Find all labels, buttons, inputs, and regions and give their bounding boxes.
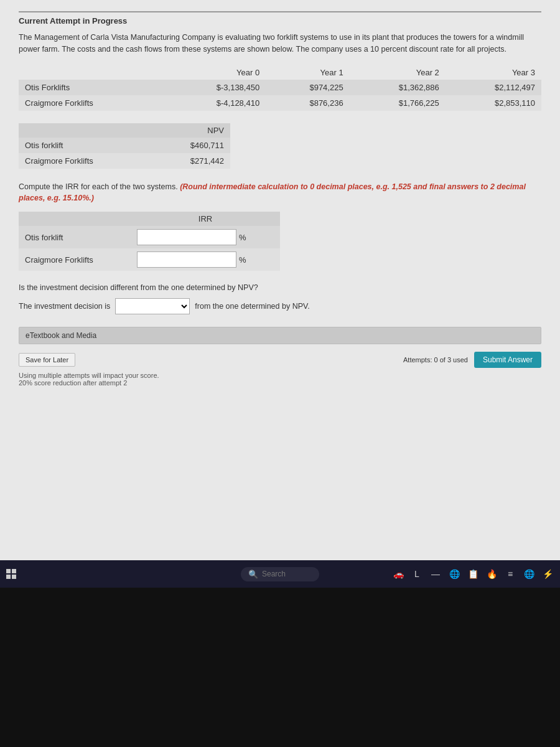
investment-question: Is the investment decision different fro… — [19, 283, 541, 292]
taskbar-icon-1[interactable]: 🚗 — [392, 568, 404, 580]
taskbar-icon-9[interactable]: ⚡ — [541, 568, 554, 580]
otis-year1: $974,225 — [266, 80, 350, 95]
irr-header: IRR — [131, 212, 280, 226]
etextbook-bar[interactable]: eTextbook and Media — [19, 327, 541, 344]
cf-header-year1: Year 1 — [266, 65, 350, 80]
taskbar-icon-3[interactable]: — — [429, 568, 442, 580]
score-note-line1: Using multiple attempts will impact your… — [19, 372, 541, 379]
npv-table: NPV Otis forklift $460,711 Craigmore For… — [19, 123, 230, 169]
irr-otis-label: Otis forklift — [19, 226, 131, 248]
irr-otis-input[interactable] — [137, 229, 236, 245]
table-row: Craigmore Forklifts $271,442 — [19, 153, 230, 169]
cf-header-year0: Year 0 — [165, 65, 266, 80]
otis-year3: $2,112,497 — [446, 80, 541, 95]
craigmore-year3: $2,853,110 — [446, 95, 541, 111]
investment-decision-suffix: from the one determined by NPV. — [195, 302, 309, 311]
table-row: Craigmore Forklifts $-4,128,410 $876,236… — [19, 95, 541, 111]
table-row: Otis Forklifts $-3,138,450 $974,225 $1,3… — [19, 80, 541, 95]
irr-otis-unit: % — [239, 233, 246, 242]
investment-decision-label: The investment decision is — [19, 302, 110, 311]
investment-decision-row: The investment decision is the same diff… — [19, 298, 541, 314]
irr-craigmore-input-cell: % — [131, 248, 280, 271]
craigmore-year1: $876,236 — [266, 95, 350, 111]
search-icon: 🔍 — [248, 570, 258, 579]
irr-highlight: (Round intermediate calculation to 0 dec… — [19, 182, 526, 203]
taskbar-icon-8[interactable]: 🌐 — [523, 568, 535, 580]
cf-header-empty — [19, 65, 165, 80]
craigmore-year2: $1,766,225 — [350, 95, 446, 111]
irr-instruction: Compute the IRR for each of the two syst… — [19, 181, 541, 205]
taskbar-search-input[interactable] — [262, 570, 312, 578]
windows-start-icon[interactable] — [6, 569, 16, 579]
taskbar: 🔍 🚗 L — 🌐 📋 🔥 ≡ 🌐 ⚡ — [0, 560, 560, 588]
cash-flow-table: Year 0 Year 1 Year 2 Year 3 Otis Forklif… — [19, 65, 541, 111]
table-row: Otis forklift % — [19, 226, 280, 248]
otis-label: Otis Forklifts — [19, 80, 165, 95]
npv-header: NPV — [131, 123, 230, 138]
irr-table: IRR Otis forklift % Craigmore Forklifts — [19, 212, 280, 271]
description-text: The Management of Carla Vista Manufactur… — [19, 32, 541, 55]
npv-otis-value: $460,711 — [131, 138, 230, 153]
irr-header-empty — [19, 212, 131, 226]
taskbar-icon-4[interactable]: 🌐 — [448, 568, 460, 580]
npv-header-empty — [19, 123, 131, 138]
otis-year0: $-3,138,450 — [165, 80, 266, 95]
bottom-bar: Save for Later Attempts: 0 of 3 used Sub… — [19, 352, 541, 368]
taskbar-icon-5[interactable]: 📋 — [467, 568, 479, 580]
npv-otis-label: Otis forklift — [19, 138, 131, 153]
irr-craigmore-unit: % — [239, 255, 246, 265]
irr-craigmore-label: Craigmore Forklifts — [19, 248, 131, 271]
cf-header-year2: Year 2 — [350, 65, 446, 80]
dark-bottom-area — [0, 588, 560, 747]
taskbar-icons: 🚗 L — 🌐 📋 🔥 ≡ 🌐 ⚡ — [392, 568, 554, 580]
taskbar-icon-2[interactable]: L — [411, 568, 423, 580]
cf-header-year3: Year 3 — [446, 65, 541, 80]
otis-year2: $1,362,886 — [350, 80, 446, 95]
table-row: Otis forklift $460,711 — [19, 138, 230, 153]
investment-decision-select[interactable]: the same different — [115, 298, 190, 314]
score-note: Using multiple attempts will impact your… — [19, 372, 541, 387]
section-title: Current Attempt in Progress — [19, 11, 541, 26]
npv-craigmore-value: $271,442 — [131, 153, 230, 169]
craigmore-label: Craigmore Forklifts — [19, 95, 165, 111]
irr-craigmore-input[interactable] — [137, 251, 236, 268]
npv-craigmore-label: Craigmore Forklifts — [19, 153, 131, 169]
attempts-text: Attempts: 0 of 3 used — [403, 356, 468, 364]
submit-answer-button[interactable]: Submit Answer — [474, 352, 541, 368]
craigmore-year0: $-4,128,410 — [165, 95, 266, 111]
attempts-submit-area: Attempts: 0 of 3 used Submit Answer — [403, 352, 541, 368]
taskbar-icon-7[interactable]: ≡ — [504, 568, 516, 580]
taskbar-icon-6[interactable]: 🔥 — [485, 568, 498, 580]
irr-otis-input-cell: % — [131, 226, 280, 248]
taskbar-search-area[interactable]: 🔍 — [241, 567, 319, 581]
score-note-line2: 20% score reduction after attempt 2 — [19, 379, 541, 387]
save-for-later-button[interactable]: Save for Later — [19, 353, 75, 367]
table-row: Craigmore Forklifts % — [19, 248, 280, 271]
